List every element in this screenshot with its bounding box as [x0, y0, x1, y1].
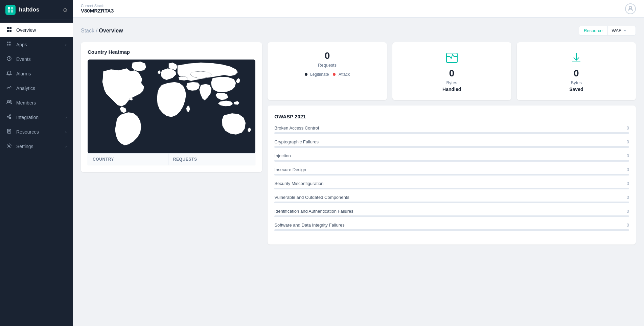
progress-bar-bg — [274, 146, 629, 148]
sidebar-header: haltdos ⊙ — [0, 0, 73, 20]
progress-bar-bg — [274, 202, 629, 203]
svg-rect-21 — [446, 53, 457, 63]
svg-point-13 — [8, 100, 9, 102]
members-icon — [6, 99, 12, 106]
bytes-saved-label: Bytes — [571, 80, 582, 85]
topbar-left: Current Stack V80MRZRTA3 — [81, 4, 114, 14]
sidebar-item-label: Apps — [16, 42, 27, 47]
logo-icon — [5, 5, 16, 15]
country-table: COUNTRY REQUESTS — [88, 153, 255, 165]
owasp-item-name: Insecure Design — [274, 167, 306, 172]
owasp-item-count: 0 — [627, 209, 629, 214]
svg-rect-11 — [9, 44, 11, 46]
sidebar-item-apps[interactable]: Apps › — [0, 37, 73, 52]
bytes-handled-icon — [444, 50, 459, 65]
owasp-item-count: 0 — [627, 167, 629, 172]
sidebar-item-resources[interactable]: Resources › — [0, 124, 73, 139]
apps-icon — [6, 41, 12, 48]
resource-selector: Resource WAF ▾ — [579, 26, 636, 36]
bytes-saved-card: 0 Bytes Saved — [517, 42, 636, 100]
svg-point-19 — [8, 145, 10, 147]
breadcrumb: Stack / Overview — [81, 28, 123, 34]
progress-bar-bg — [274, 174, 629, 176]
map-container — [88, 60, 255, 153]
right-panels: 0 Requests Legitimate Attack — [268, 42, 636, 245]
owasp-item-count: 0 — [627, 223, 629, 228]
sidebar-item-settings[interactable]: Settings › — [0, 139, 73, 154]
svg-point-14 — [10, 100, 11, 102]
owasp-item-count: 0 — [627, 181, 629, 186]
progress-bar-bg — [274, 160, 629, 162]
stats-row: 0 Requests Legitimate Attack — [268, 42, 636, 100]
requests-legend: Legitimate Attack — [305, 71, 350, 77]
settings-icon[interactable]: ⊙ — [63, 7, 67, 13]
resource-label: Resource — [579, 26, 608, 35]
svg-rect-10 — [7, 44, 8, 46]
current-stack-label: Current Stack — [81, 4, 114, 8]
sidebar-item-analytics[interactable]: Analytics — [0, 81, 73, 95]
owasp-item: Cryptographic Failures 0 — [274, 139, 629, 148]
owasp-item: Software and Data Integrity Failures 0 — [274, 223, 629, 231]
country-header: COUNTRY — [88, 154, 168, 165]
svg-rect-1 — [11, 7, 13, 9]
main-area: Current Stack V80MRZRTA3 Stack / Overvie… — [73, 0, 644, 326]
sidebar-item-label: Alarms — [16, 71, 31, 76]
settings-icon — [6, 143, 12, 149]
sidebar-navigation: Overview Apps › Events Alarms — [0, 20, 73, 326]
progress-bar-bg — [274, 229, 629, 231]
svg-rect-9 — [9, 42, 11, 43]
requests-value: 0 — [325, 50, 330, 61]
svg-rect-6 — [7, 30, 9, 32]
owasp-item: Broken Access Control 0 — [274, 125, 629, 134]
sidebar-item-label: Settings — [16, 144, 33, 149]
resource-dropdown[interactable]: WAF ▾ — [608, 26, 636, 35]
chevron-right-icon: › — [65, 115, 67, 119]
owasp-item-count: 0 — [627, 153, 629, 158]
heatmap-card: Country Heatmap — [81, 42, 262, 172]
sidebar-item-events[interactable]: Events — [0, 52, 73, 66]
chevron-right-icon: › — [65, 130, 67, 134]
breadcrumb-current: Overview — [99, 28, 123, 33]
bytes-handled-value: 0 — [449, 68, 455, 79]
stack-name: V80MRZRTA3 — [81, 8, 114, 14]
svg-rect-3 — [11, 10, 13, 13]
owasp-title: OWASP 2021 — [274, 114, 629, 119]
owasp-item: Vulnerable and Outdated Components 0 — [274, 195, 629, 203]
topbar-right — [625, 3, 636, 14]
sidebar-item-overview[interactable]: Overview — [0, 23, 73, 37]
alarms-icon — [6, 70, 12, 77]
bytes-handled-label: Bytes — [446, 80, 457, 85]
sidebar-item-label: Resources — [16, 129, 39, 135]
owasp-item-count: 0 — [627, 125, 629, 131]
sidebar-item-alarms[interactable]: Alarms — [0, 66, 73, 81]
owasp-item-name: Broken Access Control — [274, 125, 319, 131]
progress-bar-bg — [274, 132, 629, 134]
overview-icon — [6, 27, 12, 33]
resources-icon — [6, 129, 12, 135]
user-avatar[interactable] — [625, 3, 636, 14]
owasp-item-name: Cryptographic Failures — [274, 139, 319, 144]
topbar: Current Stack V80MRZRTA3 — [73, 0, 644, 18]
bytes-handled-sublabel: Handled — [442, 87, 461, 92]
svg-rect-5 — [9, 27, 12, 29]
owasp-item-count: 0 — [627, 195, 629, 200]
bytes-saved-value: 0 — [574, 68, 579, 79]
page-content: Stack / Overview Resource WAF ▾ Country … — [73, 18, 644, 326]
svg-rect-0 — [8, 7, 10, 9]
sidebar-item-members[interactable]: Members — [0, 95, 73, 110]
progress-bar-bg — [274, 188, 629, 189]
owasp-item: Insecure Design 0 — [274, 167, 629, 176]
page-header: Stack / Overview Resource WAF ▾ — [81, 26, 636, 36]
heatmap-title: Country Heatmap — [88, 49, 255, 55]
owasp-item: Identification and Authentication Failur… — [274, 209, 629, 217]
svg-rect-7 — [9, 30, 12, 32]
legitimate-legend: Legitimate — [305, 71, 329, 77]
svg-rect-8 — [7, 42, 8, 43]
attack-dot — [333, 73, 336, 76]
sidebar-item-integration[interactable]: Integration › — [0, 110, 73, 124]
sidebar-item-label: Integration — [16, 115, 39, 120]
owasp-item-count: 0 — [627, 139, 629, 144]
chevron-right-icon: › — [65, 43, 67, 47]
events-icon — [6, 56, 12, 62]
svg-point-20 — [629, 6, 631, 8]
